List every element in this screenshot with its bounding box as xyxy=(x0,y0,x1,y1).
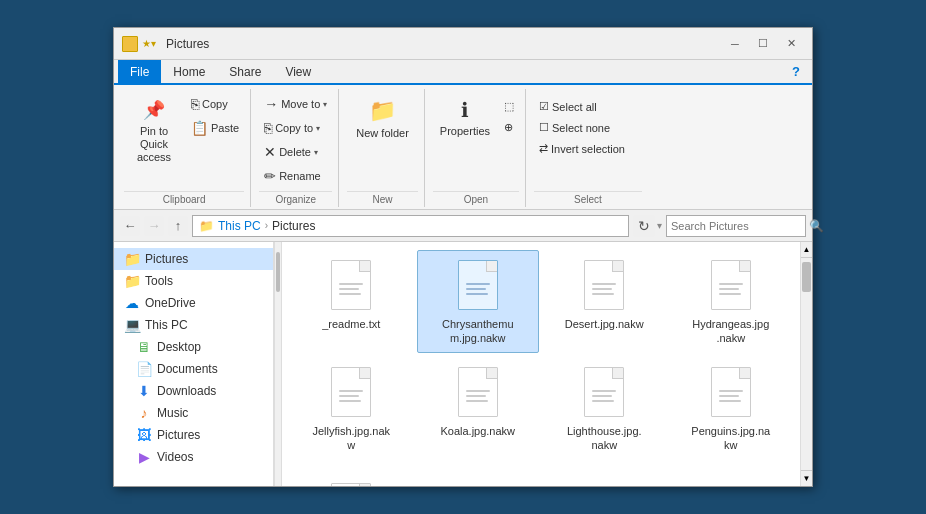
organize-buttons: → Move to ▾ ⎘ Copy to ▾ ✕ Delete ▾ xyxy=(259,89,332,191)
properties-button[interactable]: ℹ Properties xyxy=(433,93,497,142)
main-area: 📁 Pictures 📁 Tools ☁ OneDrive 💻 This PC … xyxy=(114,242,812,486)
sidebar-item-videos[interactable]: ▶ Videos xyxy=(114,446,273,468)
file-name: Lighthouse.jpg.nakw xyxy=(564,424,644,453)
back-button[interactable]: ← xyxy=(120,216,140,236)
tab-file[interactable]: File xyxy=(118,60,161,83)
pin-quick-access-button[interactable]: 📌 Pin to Quick access xyxy=(124,93,184,170)
sidebar-item-onedrive[interactable]: ☁ OneDrive xyxy=(114,292,273,314)
copy-paste-buttons: ⎘ Copy 📋 Paste xyxy=(186,93,244,139)
file-icon xyxy=(327,364,375,420)
move-icon: → xyxy=(264,96,278,112)
file-page xyxy=(331,483,371,486)
clipboard-buttons: 📌 Pin to Quick access ⎘ Copy 📋 Paste xyxy=(124,89,244,191)
select-buttons: ☑ Select all ☐ Select none ⇄ Invert sele… xyxy=(534,89,642,190)
copy-to-button[interactable]: ⎘ Copy to ▾ xyxy=(259,117,332,139)
forward-button[interactable]: → xyxy=(144,216,164,236)
file-item[interactable]: Hydrangeas.jpg.nakw xyxy=(670,250,793,353)
minimize-button[interactable]: ─ xyxy=(722,34,748,54)
sidebar-item-pictures2[interactable]: 🖼 Pictures xyxy=(114,424,273,446)
file-icon xyxy=(327,257,375,313)
tab-home[interactable]: Home xyxy=(161,60,217,83)
select-all-icon: ☑ xyxy=(539,100,549,113)
sidebar-item-tools[interactable]: 📁 Tools xyxy=(114,270,273,292)
sidebar-item-desktop[interactable]: 🖥 Desktop xyxy=(114,336,273,358)
window-title: Pictures xyxy=(166,37,209,51)
ribbon-group-organize: → Move to ▾ ⎘ Copy to ▾ ✕ Delete ▾ xyxy=(253,89,339,207)
up-button[interactable]: ↑ xyxy=(168,216,188,236)
pc-icon: 💻 xyxy=(124,317,140,333)
ribbon-group-open: ℹ Properties ⬚ ⊕ Open xyxy=(427,89,526,207)
tab-share[interactable]: Share xyxy=(217,60,273,83)
maximize-button[interactable]: ☐ xyxy=(750,34,776,54)
file-lines xyxy=(333,269,369,301)
paste-button[interactable]: 📋 Paste xyxy=(186,117,244,139)
sidebar-item-pictures[interactable]: 📁 Pictures xyxy=(114,248,273,270)
pin-icon: 📌 xyxy=(142,98,166,122)
desktop-icon: 🖥 xyxy=(136,339,152,355)
file-lines xyxy=(586,269,622,301)
rename-button[interactable]: ✏ Rename xyxy=(259,165,332,187)
close-button[interactable]: ✕ xyxy=(778,34,804,54)
refresh-button[interactable]: ↻ xyxy=(633,215,655,237)
paste-icon: 📋 xyxy=(191,120,208,136)
scroll-track[interactable] xyxy=(801,258,812,470)
search-input[interactable] xyxy=(671,220,809,232)
open-extra-1-icon: ⬚ xyxy=(504,100,514,113)
path-pictures: Pictures xyxy=(272,219,315,233)
file-item[interactable] xyxy=(290,463,413,486)
new-folder-icon: 📁 xyxy=(369,98,396,124)
open-extra-2-icon: ⊕ xyxy=(504,121,513,134)
file-page xyxy=(711,260,751,310)
sidebar-resize-handle[interactable] xyxy=(274,242,282,486)
move-to-button[interactable]: → Move to ▾ xyxy=(259,93,332,115)
file-item[interactable]: Jellyfish.jpg.nakw xyxy=(290,357,413,460)
copy-to-dropdown-arrow: ▾ xyxy=(316,124,320,133)
file-item[interactable]: Chrysanthemum.jpg.nakw xyxy=(417,250,540,353)
file-grid-inner: _readme.txt Chrysanthemum.jpg.nakw xyxy=(282,242,800,486)
select-none-icon: ☐ xyxy=(539,121,549,134)
file-item[interactable]: Lighthouse.jpg.nakw xyxy=(543,357,666,460)
file-name: Desert.jpg.nakw xyxy=(565,317,644,331)
music-icon: ♪ xyxy=(136,405,152,421)
scroll-up-button[interactable]: ▲ xyxy=(801,242,812,258)
sidebar-item-downloads[interactable]: ⬇ Downloads xyxy=(114,380,273,402)
sidebar-item-music[interactable]: ♪ Music xyxy=(114,402,273,424)
file-icon xyxy=(707,364,755,420)
open-label: Open xyxy=(433,191,519,207)
file-item[interactable]: Koala.jpg.nakw xyxy=(417,357,540,460)
file-name: Jellyfish.jpg.nakw xyxy=(311,424,391,453)
new-folder-button[interactable]: 📁 New folder xyxy=(347,93,418,144)
path-dropdown-arrow[interactable]: ▾ xyxy=(657,220,662,231)
file-item[interactable]: Penguins.jpg.nakw xyxy=(670,357,793,460)
copy-button[interactable]: ⎘ Copy xyxy=(186,93,244,115)
file-lines xyxy=(713,376,749,408)
scroll-thumb[interactable] xyxy=(802,262,811,292)
open-extra-2[interactable]: ⊕ xyxy=(499,118,519,137)
path-this-pc[interactable]: This PC xyxy=(218,219,261,233)
sidebar-item-documents[interactable]: 📄 Documents xyxy=(114,358,273,380)
select-all-button[interactable]: ☑ Select all xyxy=(534,97,602,116)
file-item[interactable]: Desert.jpg.nakw xyxy=(543,250,666,353)
folder-titlebar-icon xyxy=(122,36,138,52)
delete-button[interactable]: ✕ Delete ▾ xyxy=(259,141,332,163)
delete-icon: ✕ xyxy=(264,144,276,160)
tab-view[interactable]: View xyxy=(273,60,323,83)
file-page xyxy=(458,260,498,310)
quick-access-icon: ★▾ xyxy=(142,38,156,49)
file-item[interactable]: _readme.txt xyxy=(290,250,413,353)
copy-to-icon: ⎘ xyxy=(264,120,272,136)
open-extra-1[interactable]: ⬚ xyxy=(499,97,519,116)
select-none-button[interactable]: ☐ Select none xyxy=(534,118,615,137)
sidebar-item-thispc[interactable]: 💻 This PC xyxy=(114,314,273,336)
search-icon[interactable]: 🔍 xyxy=(809,219,824,233)
address-path[interactable]: 📁 This PC › Pictures xyxy=(192,215,629,237)
help-button[interactable]: ? xyxy=(784,60,808,83)
ribbon-toolbar: 📌 Pin to Quick access ⎘ Copy 📋 Paste Cli… xyxy=(114,85,812,210)
move-to-dropdown-arrow: ▾ xyxy=(323,100,327,109)
rename-icon: ✏ xyxy=(264,168,276,184)
scroll-down-button[interactable]: ▼ xyxy=(801,470,812,486)
vertical-scrollbar[interactable]: ▲ ▼ xyxy=(800,242,812,486)
file-page xyxy=(584,367,624,417)
invert-selection-button[interactable]: ⇄ Invert selection xyxy=(534,139,630,158)
file-page xyxy=(458,367,498,417)
